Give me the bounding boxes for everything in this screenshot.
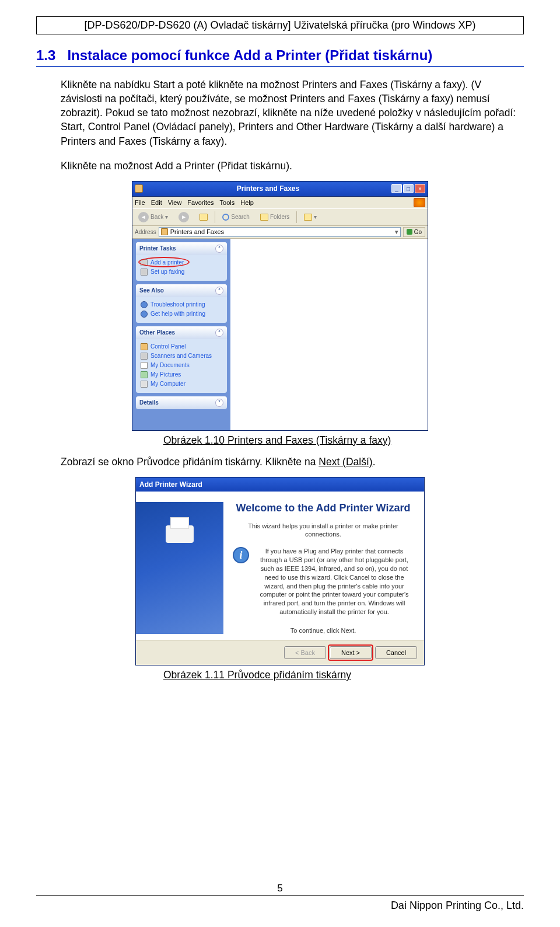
close-button[interactable]: × [415,184,425,193]
help-icon [141,311,148,318]
toolbar: ◄Back▾ ► Search Folders ▾ [132,208,428,226]
address-value: Printers and Faxes [170,228,224,235]
views-icon [304,214,312,221]
figure-1-caption: Obrázek 1.10 Printers and Faxes (Tiskárn… [163,434,524,447]
figure-2-caption: Obrázek 1.11 Průvodce přidáním tiskárny [163,669,524,681]
menu-tools[interactable]: Tools [220,199,235,206]
section-heading: 1.3 Instalace pomocí funkce Add a Printe… [36,47,524,67]
documents-icon [141,362,148,369]
place-scanners[interactable]: Scanners and Cameras [141,351,222,361]
company-name: Dai Nippon Printing Co., Ltd. [36,900,524,912]
wizard-button-row: < Back Next > Cancel [136,640,424,665]
forward-button[interactable]: ► [175,210,192,224]
add-printer-wizard-window: Add Printer Wizard Welcome to the Add Pr… [135,477,425,665]
forward-arrow-icon: ► [178,212,189,222]
wizard-continue-text: To continue, click Next. [233,627,414,634]
scanner-icon [141,353,148,360]
collapse-icon: ˄ [215,245,223,253]
folders-button[interactable]: Folders [257,212,293,222]
address-dropdown-icon[interactable]: ▾ [395,228,398,236]
toolbar-separator [296,211,297,223]
fax-icon [141,269,148,276]
section-title-text: Instalace pomocí funkce Add a Printer (P… [67,47,432,63]
window-titlebar[interactable]: Printers and Faxes _ □ × [132,182,428,197]
header-text: [DP-DS620/DP-DS620 (A) Ovladač tiskárny]… [84,19,475,31]
wizard-heading: Welcome to the Add Printer Wizard [233,502,414,515]
menu-file[interactable]: File [135,199,145,206]
wizard-sidebar [136,502,223,634]
control-panel-icon [141,343,148,350]
page-header-box: [DP-DS620/DP-DS620 (A) Ovladač tiskárny]… [36,16,524,34]
maximize-button[interactable]: □ [403,184,414,193]
main-content-area [230,239,428,430]
search-button[interactable]: Search [219,212,253,222]
paragraph-1: Klikněte na nabídku Start a poté kliknět… [61,78,524,148]
panel-printer-tasks: Printer Tasks˄ Add a printer Set up faxi… [136,242,227,281]
folder-up-icon [200,214,208,221]
info-icon: i [233,547,249,563]
toolbar-separator [215,211,215,223]
address-bar: Address Printers and Faxes ▾ Go [132,226,428,239]
see-troubleshoot[interactable]: Troubleshoot printing [141,300,222,309]
panel-header-see[interactable]: See Also˄ [136,284,227,297]
folders-icon [260,214,268,221]
panel-header-other[interactable]: Other Places˄ [136,326,227,339]
collapse-icon: ˄ [215,287,223,295]
next-button[interactable]: Next > [330,646,372,659]
section-num: 1.3 [36,47,55,63]
place-control-panel[interactable]: Control Panel [141,342,222,351]
place-my-computer[interactable]: My Computer [141,379,222,389]
address-label: Address [135,229,156,235]
panel-other-places: Other Places˄ Control Panel Scanners and… [136,326,227,393]
see-help[interactable]: Get help with printing [141,309,222,319]
window-title: Printers and Faxes [146,184,390,193]
panel-header-details[interactable]: Details˅ [136,396,227,409]
troubleshoot-icon [141,301,148,308]
page-footer: 5 Dai Nippon Printing Co., Ltd. [0,895,560,912]
menu-favorites[interactable]: Favorites [187,199,214,206]
wizard-intro: This wizard helps you install a printer … [233,522,414,539]
computer-icon [141,381,148,388]
wizard-titlebar[interactable]: Add Printer Wizard [136,478,424,492]
wizard-title: Add Printer Wizard [139,480,202,489]
menu-edit[interactable]: Edit [151,199,162,206]
pictures-icon [141,371,148,378]
windows-logo-icon [414,198,425,207]
page-number: 5 [0,883,560,894]
panel-see-also: See Also˄ Troubleshoot printing Get help… [136,284,227,323]
up-button[interactable] [196,212,211,222]
views-button[interactable]: ▾ [300,212,320,222]
wizard-content: Welcome to the Add Printer Wizard This w… [233,502,414,634]
place-my-pictures[interactable]: My Pictures [141,370,222,379]
expand-icon: ˅ [215,399,223,407]
place-my-documents[interactable]: My Documents [141,361,222,370]
task-setup-faxing[interactable]: Set up faxing [141,267,222,277]
address-field[interactable]: Printers and Faxes ▾ [159,227,401,237]
wizard-info-text: If you have a Plug and Play printer that… [255,547,414,616]
go-icon [407,229,412,235]
menu-help[interactable]: Help [240,199,254,206]
panel-header-tasks[interactable]: Printer Tasks˄ [136,242,227,255]
menu-bar: File Edit View Favorites Tools Help [132,197,428,208]
printer-icon [162,515,197,545]
side-panel: Printer Tasks˄ Add a printer Set up faxi… [132,239,230,430]
printers-faxes-window: Printers and Faxes _ □ × File Edit View … [132,181,428,431]
add-printer-icon [141,259,148,266]
collapse-icon: ˄ [215,329,223,337]
back-button[interactable]: ◄Back▾ [135,210,172,224]
menu-view[interactable]: View [168,199,182,206]
cancel-button[interactable]: Cancel [375,646,417,659]
back-arrow-icon: ◄ [138,212,149,222]
minimize-button[interactable]: _ [391,184,402,193]
search-icon [222,214,229,221]
task-add-printer[interactable]: Add a printer [141,258,222,267]
panel-details: Details˅ [136,396,227,409]
wizard-info-box: i If you have a Plug and Play printer th… [233,547,414,616]
printer-folder-icon [135,184,143,193]
back-button: < Back [284,646,326,659]
address-icon [161,228,168,235]
go-button[interactable]: Go [403,227,425,237]
paragraph-2: Klikněte na možnost Add a Printer (Přida… [61,159,524,173]
paragraph-3: Zobrazí se okno Průvodce přidáním tiskár… [61,455,524,469]
